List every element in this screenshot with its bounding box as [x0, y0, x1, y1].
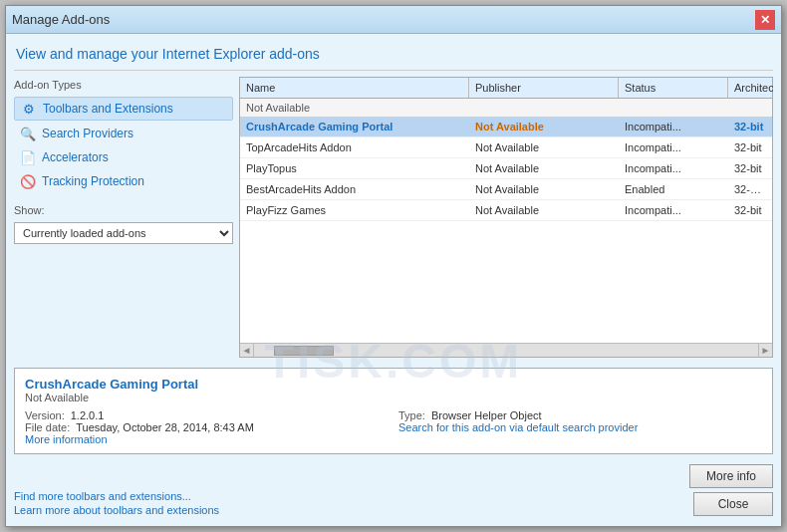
type-row: Type: Browser Helper Object: [398, 409, 762, 421]
detail-left: Version: 1.2.0.1 File date: Tuesday, Oct…: [25, 409, 389, 445]
row5-arch: 32-bit: [728, 200, 772, 220]
footer-buttons: More info Close: [689, 464, 773, 516]
table-body: Not Available CrushArcade Gaming Portal …: [240, 99, 772, 343]
version-row: Version: 1.2.0.1: [25, 409, 389, 421]
sidebar-item-toolbars-label: Toolbars and Extensions: [43, 102, 173, 116]
footer: Find more toolbars and extensions... Lea…: [14, 460, 773, 518]
row1-arch: 32-bit: [728, 117, 772, 136]
title-bar: Manage Add-ons ✕: [6, 6, 781, 34]
row1-name: CrushArcade Gaming Portal: [240, 117, 469, 136]
window-title: Manage Add-ons: [12, 12, 110, 27]
detail-right: Type: Browser Helper Object Search for t…: [398, 409, 762, 445]
table-header: Name Publisher Status Architecture: [240, 78, 772, 99]
row4-publisher: Not Available: [469, 179, 619, 199]
detail-grid: Version: 1.2.0.1 File date: Tuesday, Oct…: [25, 409, 762, 445]
show-label: Show:: [14, 202, 233, 218]
detail-subtitle: Not Available: [25, 392, 762, 403]
table-row[interactable]: PlayFizz Games Not Available Incompati..…: [240, 200, 772, 221]
row2-arch: 32-bit: [728, 137, 772, 157]
header-text: View and manage your Internet Explorer a…: [14, 42, 773, 71]
sidebar-item-accelerators-label: Accelerators: [42, 150, 109, 164]
row3-publisher: Not Available: [469, 158, 619, 178]
sidebar-item-search-label: Search Providers: [42, 127, 133, 140]
table-row[interactable]: PlayTopus Not Available Incompati... 32-…: [240, 158, 772, 179]
sidebar-item-accelerators[interactable]: 📄 Accelerators: [14, 146, 233, 168]
sidebar-item-toolbars[interactable]: ⚙ Toolbars and Extensions: [14, 97, 233, 121]
main-area: Add-on Types ⚙ Toolbars and Extensions 🔍…: [14, 77, 773, 358]
toolbars-icon: ⚙: [21, 101, 37, 117]
search-link[interactable]: Search for this add-on via default searc…: [398, 421, 638, 433]
detail-name: CrushArcade Gaming Portal: [25, 377, 762, 392]
table-group-label: Not Available: [240, 99, 772, 117]
addons-table: Name Publisher Status Architecture Not A…: [239, 77, 773, 358]
table-row[interactable]: CrushArcade Gaming Portal Not Available …: [240, 117, 772, 137]
col-name: Name: [240, 78, 469, 98]
row3-status: Incompati...: [619, 158, 728, 178]
tracking-icon: 🚫: [20, 173, 36, 189]
footer-links: Find more toolbars and extensions... Lea…: [14, 490, 219, 516]
sidebar-item-search[interactable]: 🔍 Search Providers: [14, 123, 233, 144]
type-label: Type:: [398, 409, 425, 421]
more-info-button[interactable]: More info: [689, 464, 773, 488]
filedate-label: File date:: [25, 421, 70, 433]
more-information-link[interactable]: More information: [25, 433, 108, 445]
row5-name: PlayFizz Games: [240, 200, 469, 220]
horizontal-scrollbar[interactable]: ◄ ►: [240, 343, 772, 357]
type-value: Browser Helper Object: [431, 409, 542, 421]
close-window-button[interactable]: ✕: [755, 10, 775, 30]
row5-publisher: Not Available: [469, 200, 619, 220]
row4-arch: 32-bit and ...: [728, 179, 772, 199]
row3-name: PlayTopus: [240, 158, 469, 178]
col-publisher: Publisher: [469, 78, 619, 98]
search-row: Search for this add-on via default searc…: [398, 421, 762, 433]
version-label: Version:: [25, 409, 65, 421]
row1-publisher: Not Available: [469, 117, 619, 136]
accelerators-icon: 📄: [20, 149, 36, 165]
sidebar: Add-on Types ⚙ Toolbars and Extensions 🔍…: [14, 77, 233, 358]
detail-panel: CrushArcade Gaming Portal Not Available …: [14, 368, 773, 454]
find-toolbars-link[interactable]: Find more toolbars and extensions...: [14, 490, 219, 502]
search-icon: 🔍: [20, 126, 36, 141]
version-value: 1.2.0.1: [71, 409, 105, 421]
sidebar-item-tracking-label: Tracking Protection: [42, 174, 144, 188]
row2-publisher: Not Available: [469, 137, 619, 157]
table-row[interactable]: BestArcadeHits Addon Not Available Enabl…: [240, 179, 772, 200]
manage-addons-window: Manage Add-ons ✕ View and manage your In…: [5, 5, 782, 527]
show-dropdown[interactable]: Currently loaded add-ons All add-ons Run…: [14, 222, 233, 244]
sidebar-section-label: Add-on Types: [14, 77, 233, 93]
learn-more-link[interactable]: Learn more about toolbars and extensions: [14, 504, 219, 516]
filedate-value: Tuesday, October 28, 2014, 8:43 AM: [76, 421, 254, 433]
row4-status: Enabled: [619, 179, 728, 199]
filedate-row: File date: Tuesday, October 28, 2014, 8:…: [25, 421, 389, 433]
sidebar-item-tracking[interactable]: 🚫 Tracking Protection: [14, 170, 233, 192]
window-body: View and manage your Internet Explorer a…: [6, 34, 781, 526]
col-architecture: Architecture: [728, 78, 773, 98]
col-status: Status: [619, 78, 728, 98]
close-button[interactable]: Close: [693, 492, 773, 516]
row1-status: Incompati...: [619, 117, 728, 136]
row2-status: Incompati...: [619, 137, 728, 157]
table-row[interactable]: TopArcadeHits Addon Not Available Incomp…: [240, 137, 772, 158]
row5-status: Incompati...: [619, 200, 728, 220]
scroll-thumb[interactable]: [274, 346, 334, 356]
row4-name: BestArcadeHits Addon: [240, 179, 469, 199]
row2-name: TopArcadeHits Addon: [240, 137, 469, 157]
row3-arch: 32-bit: [728, 158, 772, 178]
